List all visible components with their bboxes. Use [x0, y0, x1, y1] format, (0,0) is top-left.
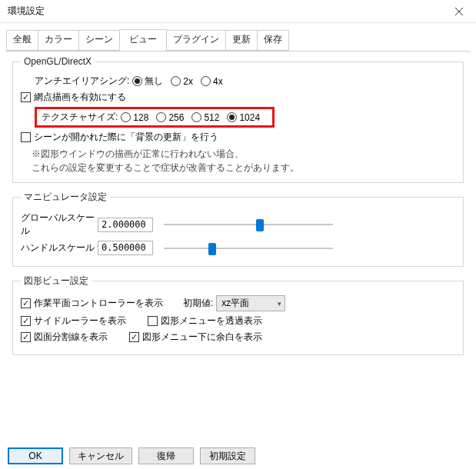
init-label: 初期値:	[183, 297, 213, 310]
divlines-checkbox[interactable]: 図面分割線を表示	[21, 331, 108, 344]
tab-plugin[interactable]: プラグイン	[166, 30, 226, 51]
note-line-2: これらの設定を変更することで症状が改善することがあります。	[32, 161, 455, 175]
aa-label: アンチエイリアシング:	[35, 75, 129, 88]
siderulers-checkbox[interactable]: サイドルーラーを表示	[21, 314, 126, 328]
aa-radio-4x[interactable]: 4x	[201, 76, 223, 87]
texture-size-label: テクスチャサイズ:	[42, 111, 118, 124]
aa-option-4x: 4x	[213, 76, 223, 87]
tab-view[interactable]: ビュー	[119, 29, 167, 50]
tex-radio-256[interactable]: 256	[156, 112, 184, 123]
note-line-1: ※図形ウインドウの描画が正常に行われない場合、	[32, 147, 455, 161]
tab-color[interactable]: カラー	[38, 30, 79, 51]
tab-update[interactable]: 更新	[225, 30, 258, 51]
tex-option-128: 128	[133, 112, 148, 123]
aa-option-2x: 2x	[183, 76, 193, 87]
tab-general[interactable]: 全般	[6, 30, 38, 51]
tab-bar: 全般 カラー シーン ビュー プラグイン 更新 保存	[0, 23, 476, 51]
tex-radio-1024[interactable]: 1024	[227, 112, 260, 123]
manipulator-legend: マニピュレータ設定	[21, 191, 110, 204]
aa-radio-none[interactable]: 無し	[132, 75, 163, 88]
close-button[interactable]	[442, 0, 476, 23]
tex-radio-128[interactable]: 128	[121, 112, 148, 123]
workplane-label: 作業平面コントローラーを表示	[34, 297, 163, 310]
window-title: 環境設定	[8, 5, 45, 18]
handle-scale-input[interactable]: 0.500000	[98, 241, 153, 255]
halftone-checkbox[interactable]: 網点描画を有効にする	[21, 91, 126, 104]
texture-size-highlight: テクスチャサイズ: 128 256 512 1024	[35, 107, 275, 128]
tex-option-256: 256	[168, 112, 184, 123]
handle-scale-label: ハンドルスケール	[21, 241, 98, 254]
init-plane-select[interactable]: xz平面 ▾	[216, 295, 285, 311]
tab-scene[interactable]: シーン	[78, 30, 120, 51]
tab-save[interactable]: 保存	[257, 30, 289, 51]
margin-label: 図形メニュー下に余白を表示	[142, 331, 262, 344]
cancel-button[interactable]: キャンセル	[69, 447, 132, 464]
tex-option-512: 512	[204, 112, 219, 123]
ok-button[interactable]: OK	[8, 447, 63, 464]
opengl-legend: OpenGL/DirectX	[21, 56, 95, 67]
aa-radio-2x[interactable]: 2x	[171, 76, 193, 87]
chevron-down-icon: ▾	[278, 300, 281, 308]
viewer-legend: 図形ビュー設定	[21, 274, 92, 288]
workplane-checkbox[interactable]: 作業平面コントローラーを表示	[21, 297, 163, 310]
revert-button[interactable]: 復帰	[138, 447, 194, 464]
global-scale-input[interactable]: 2.000000	[98, 218, 153, 232]
defaults-button[interactable]: 初期設定	[200, 447, 255, 464]
bgupdate-checkbox[interactable]: シーンが開かれた際に「背景の更新」を行う	[21, 131, 218, 144]
transmenu-label: 図形メニューを透過表示	[161, 314, 262, 328]
opengl-group: OpenGL/DirectX アンチエイリアシング: 無し 2x 4x 網点描画…	[12, 56, 464, 183]
handle-scale-slider[interactable]	[164, 241, 333, 255]
tex-radio-512[interactable]: 512	[191, 112, 219, 123]
margin-checkbox[interactable]: 図形メニュー下に余白を表示	[129, 331, 262, 344]
halftone-label: 網点描画を有効にする	[34, 91, 126, 104]
divlines-label: 図面分割線を表示	[34, 331, 108, 344]
bgupdate-label: シーンが開かれた際に「背景の更新」を行う	[34, 131, 218, 144]
tex-option-1024: 1024	[239, 112, 260, 123]
manipulator-group: マニピュレータ設定 グローバルスケール 2.000000 ハンドルスケール 0.…	[12, 191, 464, 267]
viewer-group: 図形ビュー設定 作業平面コントローラーを表示 初期値: xz平面 ▾ サイドルー…	[12, 274, 464, 355]
close-icon	[455, 8, 463, 15]
transmenu-checkbox[interactable]: 図形メニューを透過表示	[148, 314, 262, 328]
global-scale-slider[interactable]	[164, 218, 333, 231]
init-plane-value: xz平面	[221, 297, 249, 310]
siderulers-label: サイドルーラーを表示	[34, 314, 126, 328]
global-scale-label: グローバルスケール	[21, 211, 98, 238]
aa-option-none: 無し	[145, 75, 163, 88]
